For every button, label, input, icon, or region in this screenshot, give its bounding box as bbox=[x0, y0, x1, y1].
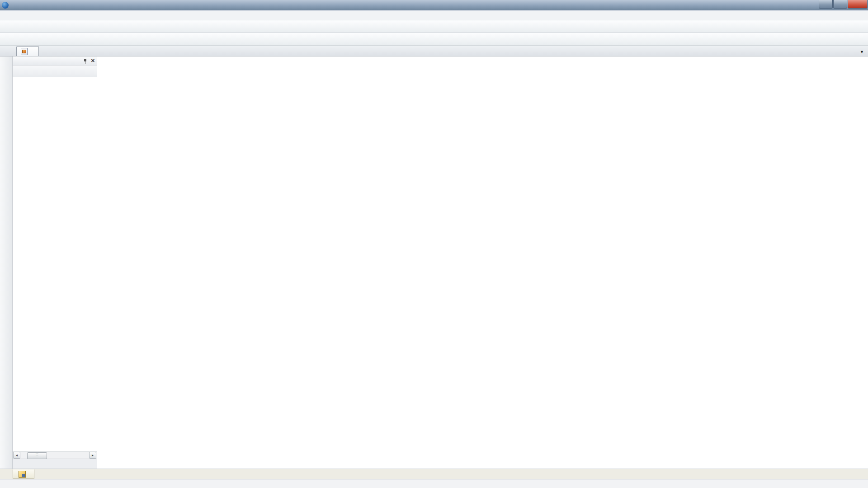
document-tab-bar: ▼ bbox=[0, 46, 868, 56]
close-button[interactable] bbox=[848, 0, 868, 9]
kompas-3d-window: { "window": { "title": "КОМПАС-3D V15.1 … bbox=[0, 0, 868, 488]
viewport-3d-model bbox=[97, 56, 868, 469]
assembly-document-icon bbox=[21, 48, 28, 55]
property-panel-icon bbox=[19, 471, 26, 478]
tab-list-dropdown-icon[interactable]: ▼ bbox=[860, 50, 864, 54]
pin-icon[interactable] bbox=[83, 58, 88, 64]
model-tree-panel: ✕ ◂ ▸ bbox=[13, 56, 97, 469]
status-bar bbox=[0, 479, 868, 488]
property-panel-tab[interactable] bbox=[13, 469, 34, 479]
property-panel-row bbox=[0, 469, 868, 479]
scroll-left-icon[interactable]: ◂ bbox=[13, 452, 20, 459]
tree-bottom-tabs bbox=[13, 459, 97, 469]
panel-close-icon[interactable]: ✕ bbox=[91, 58, 95, 64]
minimize-button[interactable] bbox=[819, 0, 833, 9]
document-tab[interactable] bbox=[16, 46, 39, 56]
tree-horizontal-scrollbar[interactable]: ◂ ▸ bbox=[13, 451, 97, 459]
compact-panel bbox=[0, 56, 13, 469]
model-tree bbox=[13, 77, 97, 451]
scrollbar-thumb[interactable] bbox=[27, 452, 47, 459]
restore-button[interactable] bbox=[833, 0, 847, 9]
model-tree-toolbar bbox=[13, 66, 97, 77]
scroll-right-icon[interactable]: ▸ bbox=[89, 452, 96, 459]
app-icon bbox=[2, 2, 9, 9]
model-tree-header: ✕ bbox=[13, 56, 97, 66]
menu-bar bbox=[0, 10, 868, 20]
current-state-toolbar bbox=[0, 33, 868, 46]
3d-viewport[interactable] bbox=[97, 56, 868, 469]
title-bar bbox=[0, 0, 868, 10]
standard-toolbar bbox=[0, 20, 868, 33]
